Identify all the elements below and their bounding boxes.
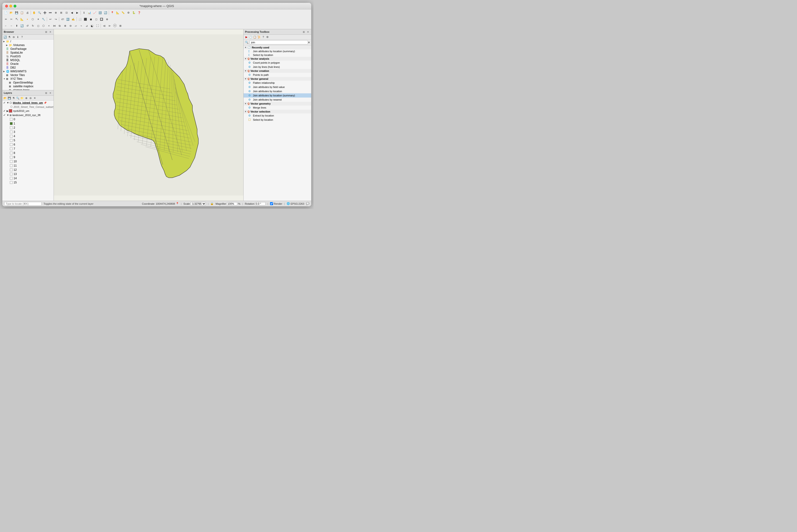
toolbox-item-flatten-relationship[interactable]: ⚙ Flatten relationship <box>244 81 311 85</box>
select-3[interactable]: ◼ <box>88 17 93 22</box>
tree-item-spatialite[interactable]: 🗄 SpatiaLite <box>2 51 54 55</box>
adv-dig-4[interactable]: ⋈ <box>52 23 57 28</box>
adv-dig-7[interactable]: ⊖ <box>68 23 73 28</box>
attribute-table-button[interactable]: 📊 <box>87 10 92 15</box>
tree-item-openstreetmap[interactable]: ⊞ OpenStreetMap <box>2 81 54 84</box>
zoom-layer-button[interactable]: ⊞ <box>58 10 64 15</box>
identify-button[interactable]: ℹ <box>81 10 87 15</box>
browser-expand-btn[interactable]: ⊞ <box>44 30 48 34</box>
adv-dig-12[interactable]: ⛶ <box>95 23 100 28</box>
zoom-selection-button[interactable]: ⊕ <box>53 10 58 15</box>
settings-button[interactable]: ⚙ <box>126 10 131 15</box>
digitize-4[interactable]: 📐 <box>19 17 24 22</box>
statistics-button[interactable]: 📈 <box>92 10 97 15</box>
layer-item-trees[interactable]: ⬡ 2015_Street_Tree_Census_subset_um <box>2 105 54 109</box>
tree-item-db2[interactable]: 🗄 DB2 <box>2 66 54 70</box>
select-2[interactable]: ⬛ <box>83 17 88 22</box>
adv-dig-2[interactable]: ⬡ <box>41 23 46 28</box>
browser-help-btn[interactable]: ? <box>20 35 24 39</box>
label-1[interactable]: 🏷 <box>60 17 65 22</box>
toolbox-item-select-by-location-recent[interactable]: Σ Select by location <box>244 53 311 57</box>
magnifier-input[interactable] <box>227 202 237 205</box>
layers-save-btn[interactable]: 💾 <box>7 96 11 100</box>
toolbox-close-btn[interactable]: ✕ <box>306 30 310 34</box>
adv-dig-3[interactable]: ⌖ <box>46 23 52 28</box>
refresh-button[interactable]: 🔄 <box>103 10 108 15</box>
tree-item-postgis[interactable]: 🐘 PostGIS <box>2 55 54 58</box>
toolbox-item-points-to-path[interactable]: ⚙ Points to path <box>244 73 311 77</box>
zoom-extent-button[interactable]: 🔍 <box>37 10 42 15</box>
digitize-7[interactable]: ✴ <box>36 17 41 22</box>
tree-item-wmswmts[interactable]: ▶ 🌐 WMS/WMTS <box>2 70 54 73</box>
toolbox-group-header-vector-selection[interactable]: ▼ Q Vector selection <box>244 110 311 113</box>
nav-back[interactable]: ← <box>3 23 8 28</box>
toolbox-item-extract-by-location[interactable]: ⚙ Extract by location <box>244 113 311 118</box>
select-1[interactable]: ⬜ <box>77 17 82 22</box>
adv-dig-1[interactable]: ◻ <box>36 23 41 28</box>
tree-item-oracle[interactable]: 🗄 Oracle <box>2 62 54 66</box>
zoom-in-button[interactable]: ➕ <box>42 10 48 15</box>
pan-button[interactable]: ✋ <box>32 10 37 15</box>
tree-item-root[interactable]: ▶ 📁 / <box>2 40 54 43</box>
map-area[interactable] <box>54 29 243 201</box>
search-clear-btn[interactable]: ✕ <box>308 41 310 44</box>
tree-item-vectortiles[interactable]: ⊞ Vector Tiles <box>2 73 54 77</box>
toolbox-help-btn[interactable]: ? <box>261 35 265 39</box>
coordinate-button[interactable]: 📐 <box>115 10 120 15</box>
layer-item-nycb[interactable]: ✓ ▶ nycb2010_um <box>2 109 54 113</box>
tree-item-volumes[interactable]: ▶ 📁 /Volumes <box>2 43 54 47</box>
digitize-6[interactable]: ⬡ <box>30 17 35 22</box>
toolbox-search-input[interactable] <box>249 40 308 44</box>
digitize-3[interactable]: ⛏ <box>14 17 19 22</box>
pan-3[interactable]: ↺ <box>25 23 30 28</box>
epsg-display[interactable]: 🌐 EPSG:2263 <box>287 202 304 205</box>
browser-properties-btn[interactable]: ℹ <box>16 35 20 39</box>
digitize-8[interactable]: 🔧 <box>41 17 46 22</box>
digitize-2[interactable]: ✂ <box>9 17 14 22</box>
locate-input[interactable] <box>4 202 42 206</box>
pan-4[interactable]: ↻ <box>30 23 35 28</box>
toolbox-item-join-attr-loc-summary-recent[interactable]: Σ Join attributes by location (summary) <box>244 49 311 53</box>
adv-dig-8[interactable]: ▱ <box>73 23 78 28</box>
pan-map[interactable]: ⬆ <box>14 23 19 28</box>
layers-close-btn[interactable]: ✕ <box>49 91 52 95</box>
layers-open-btn[interactable]: 📂 <box>3 96 7 100</box>
calculator-button[interactable]: 🔢 <box>98 10 103 15</box>
print-layout-button[interactable]: 🖨 <box>25 10 30 15</box>
layers-expand-all-btn[interactable]: ⊕ <box>24 96 28 100</box>
adv-dig-10[interactable]: ⊿ <box>84 23 89 28</box>
snap-2[interactable]: ⊳ <box>107 23 112 28</box>
minimize-button[interactable] <box>10 5 12 7</box>
fullscreen-button[interactable] <box>14 5 16 7</box>
toolbox-group-header-vector-creation[interactable]: ▼ Q Vector creation <box>244 69 311 73</box>
digitize-1[interactable]: ✏ <box>3 17 8 22</box>
select-6[interactable]: ⊕ <box>105 17 110 22</box>
rotation-input[interactable] <box>255 202 266 205</box>
layers-filter-btn[interactable]: ⚗ <box>12 96 16 100</box>
adv-dig-5[interactable]: ⧉ <box>57 23 62 28</box>
label-3[interactable]: ✍ <box>71 17 76 22</box>
toolbox-models-btn[interactable]: 📋 <box>253 35 257 39</box>
toolbox-item-join-by-lines[interactable]: ⚙ Join by lines (hub lines) <box>244 65 311 69</box>
toolbox-item-join-attr-location-summary[interactable]: ⚙ Join attributes by location (summary) <box>244 93 311 98</box>
browser-close-btn[interactable]: ✕ <box>49 30 52 34</box>
measure-button[interactable]: 📏 <box>120 10 126 15</box>
toolbox-group-header-vector-geometry[interactable]: ▼ Q Vector geometry <box>244 102 311 106</box>
python-button[interactable]: 🐍 <box>131 10 136 15</box>
toolbox-scripts-btn[interactable]: 📜 <box>257 35 261 39</box>
label-2[interactable]: 🔤 <box>65 17 71 22</box>
zoom-fwd-button[interactable]: ▶ <box>75 10 80 15</box>
zoom-full-button[interactable]: ⊡ <box>64 10 69 15</box>
snap-4[interactable]: ⊞ <box>118 23 123 28</box>
toolbox-settings-btn[interactable]: ⚙ <box>266 35 269 39</box>
browser-filter-btn[interactable]: ⚗ <box>7 35 11 39</box>
toolbox-expand-btn[interactable]: ⊞ <box>302 30 306 34</box>
toolbox-item-count-points-polygon[interactable]: ⚙ Count points in polygon <box>244 61 311 65</box>
tree-item-geopackage[interactable]: 🗄 GeoPackage <box>2 47 54 51</box>
adv-dig-6[interactable]: ⊕ <box>62 23 68 28</box>
zoom-out-button[interactable]: ➖ <box>48 10 53 15</box>
toolbox-group-header-vector-general[interactable]: ▼ Q Vector general <box>244 77 311 81</box>
redo-button[interactable]: ↪ <box>53 17 58 22</box>
toolbox-item-join-attr-nearest[interactable]: ⚙ Join attributes by nearest <box>244 98 311 102</box>
undo-button[interactable]: ↩ <box>48 17 53 22</box>
